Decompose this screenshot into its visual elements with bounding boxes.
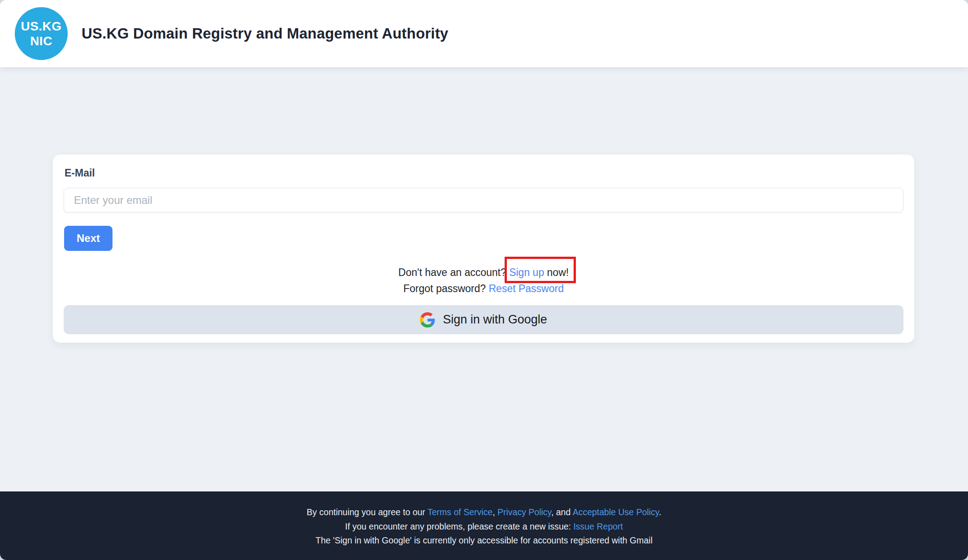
site-footer: By continuing you agree to our Terms of … xyxy=(0,491,968,560)
page: US.KG NIC US.KG Domain Registry and Mana… xyxy=(0,0,968,560)
page-title: US.KG Domain Registry and Management Aut… xyxy=(82,25,448,42)
login-card: E-Mail Next Don't have an account? Sign … xyxy=(53,155,914,343)
acceptable-use-policy-link[interactable]: Acceptable Use Policy xyxy=(573,507,659,517)
forgot-prompt: Forgot password? xyxy=(403,283,486,294)
terms-prefix: By continuing you agree to our xyxy=(307,507,425,517)
signup-prompt: Don't have an account? xyxy=(398,267,506,278)
email-label: E-Mail xyxy=(65,167,903,179)
separator: , and xyxy=(551,507,570,517)
issue-report-link[interactable]: Issue Report xyxy=(573,521,623,531)
forgot-password-line: Forgot password? Reset Password xyxy=(64,280,903,297)
separator: , xyxy=(493,507,495,517)
google-signin-label: Sign in with Google xyxy=(443,313,547,327)
footer-issue-line: If you encounter any problems, please cr… xyxy=(0,520,968,534)
logo-text-line2: NIC xyxy=(30,34,52,48)
reset-password-link[interactable]: Reset Password xyxy=(489,283,564,294)
sign-up-link[interactable]: Sign up xyxy=(509,267,544,278)
google-g-icon xyxy=(420,312,435,327)
next-button[interactable]: Next xyxy=(64,226,112,251)
privacy-policy-link[interactable]: Privacy Policy xyxy=(497,507,551,517)
account-helper-text: Don't have an account? Sign up now! Forg… xyxy=(64,264,903,297)
footer-terms-line: By continuing you agree to our Terms of … xyxy=(0,505,968,520)
terms-of-service-link[interactable]: Terms of Service xyxy=(428,507,493,517)
uskg-nic-logo: US.KG NIC xyxy=(15,7,68,60)
signup-suffix: now! xyxy=(547,267,569,278)
google-signin-button[interactable]: Sign in with Google xyxy=(64,305,903,334)
separator: . xyxy=(659,507,661,517)
signup-annotated-group: Sign up now! xyxy=(509,264,569,280)
issue-prefix: If you encounter any problems, please cr… xyxy=(345,521,571,531)
footer-gmail-note: The 'Sign in with Google' is currently o… xyxy=(0,534,968,548)
site-header: US.KG NIC US.KG Domain Registry and Mana… xyxy=(0,0,968,67)
email-input[interactable] xyxy=(64,188,903,212)
logo-text-line1: US.KG xyxy=(21,19,61,34)
signup-line: Don't have an account? Sign up now! xyxy=(64,264,903,280)
